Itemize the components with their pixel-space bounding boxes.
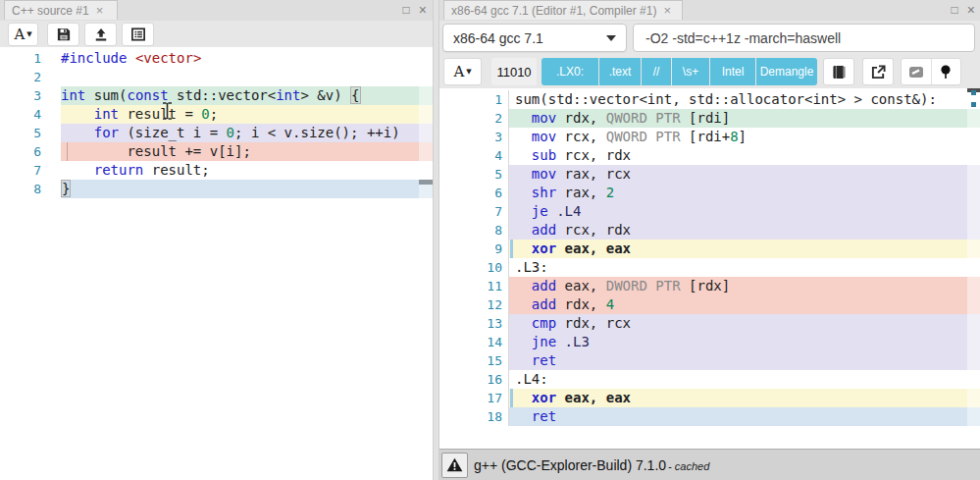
maximize-icon[interactable]: □ [952, 2, 958, 18]
book-icon [832, 65, 847, 80]
code-text[interactable]: add rdx, 4 [508, 295, 980, 314]
ruler-mark-dot [971, 90, 976, 95]
line-number: 3 [439, 128, 508, 146]
tab-compiler-title: x86-64 gcc 7.1 (Editor #1, Compiler #1) [451, 4, 656, 18]
gutter-margin [509, 351, 515, 370]
code-text[interactable]: mov rcx, QWORD PTR [rdi+8] [508, 128, 980, 146]
line-number: 15 [439, 351, 508, 370]
code-line: 1sum(std::vector<int, std::allocator<int… [439, 90, 980, 109]
line-number: 2 [439, 109, 508, 128]
code-text[interactable]: add rcx, rdx [508, 221, 980, 240]
asm-overview-ruler[interactable] [967, 88, 980, 449]
chevron-down-icon: ▼ [26, 30, 31, 38]
compiler-tabbar: x86-64 gcc 7.1 (Editor #1, Compiler #1) … [439, 0, 980, 21]
font-size-button[interactable]: A▼ [443, 58, 482, 85]
ruler-highlight-band [967, 109, 980, 128]
code-text[interactable]: jne .L3 [508, 333, 980, 351]
font-size-button[interactable]: A▼ [8, 23, 38, 46]
compiler-status-bar: g++ (GCC-Explorer-Build) 7.1.0 - cached [439, 449, 980, 480]
tab-source[interactable]: C++ source #1 × [4, 0, 118, 20]
code-text[interactable]: ret [508, 407, 980, 426]
code-line: 5 mov rax, rcx [439, 165, 980, 184]
code-text[interactable]: mov rdx, QWORD PTR [rdi] [508, 109, 980, 128]
badge-icon [908, 66, 924, 79]
code-line: 4 int result = 0; [0, 105, 433, 124]
binary-toggle-button[interactable]: 11010 [491, 58, 537, 85]
load-button[interactable] [84, 23, 117, 46]
code-text[interactable]: shr rax, 2 [508, 184, 980, 202]
code-text[interactable]: int result = 0; [61, 105, 433, 124]
ruler-highlight-band [967, 314, 980, 333]
code-line: 6 result += v[i]; [0, 142, 433, 161]
output-button[interactable] [823, 58, 854, 85]
code-text[interactable]: .L4: [508, 370, 980, 389]
tab-compiler[interactable]: x86-64 gcc 7.1 (Editor #1, Compiler #1) … [443, 0, 683, 20]
filter-button-3[interactable]: // [642, 58, 671, 85]
warning-icon [446, 457, 463, 472]
tab-close-icon[interactable]: × [663, 4, 671, 17]
code-text[interactable]: } [61, 180, 433, 198]
pin-button[interactable] [931, 59, 961, 84]
source-overview-ruler[interactable] [419, 47, 433, 480]
chevron-down-icon: ▼ [466, 68, 471, 76]
code-text[interactable]: sum(std::vector<int, std::allocator<int>… [508, 90, 980, 109]
code-text[interactable]: int sum(const std::vector<int> &v) { [61, 86, 433, 105]
line-number: 8 [439, 221, 508, 240]
asm-lines: 1sum(std::vector<int, std::allocator<int… [439, 88, 980, 426]
line-number: 6 [439, 184, 508, 202]
close-icon[interactable]: × [419, 2, 427, 18]
save-button[interactable] [47, 23, 79, 46]
gutter-margin [509, 128, 515, 146]
window-controls: □ × [403, 2, 427, 18]
filter-button-4[interactable]: \s+ [672, 58, 709, 85]
warnings-button[interactable] [441, 453, 468, 478]
compiler-explorer-window: C++ source #1 × □ × A▼ 1#include <vect [0, 0, 980, 480]
filter-button-2[interactable]: .text [599, 58, 641, 85]
code-text[interactable]: #include <vector> [61, 49, 433, 68]
code-line: 17 xor eax, eax [439, 389, 980, 407]
code-text[interactable]: mov rax, rcx [508, 165, 980, 184]
maximize-icon[interactable]: □ [403, 2, 410, 18]
list-button[interactable] [122, 23, 154, 46]
code-text[interactable]: ret [508, 351, 980, 370]
code-text[interactable]: for (size_t i = 0; i < v.size(); ++i) [61, 124, 433, 142]
code-text[interactable] [61, 68, 433, 86]
code-text[interactable]: xor eax, eax [508, 389, 980, 407]
line-number: 5 [0, 124, 61, 142]
ruler-highlight-band [419, 105, 433, 124]
ruler-highlight-band [967, 184, 980, 202]
badge-button[interactable] [902, 66, 931, 79]
code-line: 16.L4: [439, 370, 980, 389]
gutter-margin [509, 202, 515, 221]
tab-close-icon[interactable]: × [96, 4, 104, 17]
compiler-select[interactable]: x86-64 gcc 7.1 [442, 24, 627, 52]
code-text[interactable]: xor eax, eax [508, 240, 980, 258]
open-new-window-button[interactable] [862, 58, 894, 85]
ruler-highlight-band [419, 142, 433, 161]
code-text[interactable]: .L3: [508, 258, 980, 277]
line-number: 18 [439, 407, 508, 426]
source-code-editor[interactable]: 1#include <vector>23int sum(const std::v… [0, 47, 433, 480]
code-line: 14 jne .L3 [439, 333, 980, 351]
code-line: 7 je .L4 [439, 202, 980, 221]
code-text[interactable]: add eax, DWORD PTR [rdx] [508, 277, 980, 295]
filter-button-5[interactable]: Intel [710, 58, 755, 85]
filter-button-1[interactable]: .LX0: [542, 58, 598, 85]
close-icon[interactable]: × [967, 2, 975, 18]
window-controls: □ × [952, 2, 975, 18]
compiler-options-input[interactable] [633, 24, 975, 52]
code-text[interactable]: je .L4 [508, 202, 980, 221]
filter-button-6[interactable]: Demangle [756, 58, 817, 85]
cached-note: - cached [668, 460, 709, 472]
gutter-margin [509, 258, 515, 277]
code-text[interactable]: result += v[i]; [61, 142, 433, 161]
code-text[interactable]: return result; [61, 161, 433, 180]
line-number: 14 [439, 333, 508, 351]
ruler-highlight-band [967, 165, 980, 184]
asm-code-editor[interactable]: 1sum(std::vector<int, std::allocator<int… [439, 88, 980, 449]
ruler-highlight-band [967, 389, 980, 407]
code-text[interactable]: cmp rdx, rcx [508, 314, 980, 333]
code-line: 6 shr rax, 2 [439, 184, 980, 202]
code-text[interactable]: sub rcx, rdx [508, 146, 980, 165]
source-editor-pane: C++ source #1 × □ × A▼ 1#include <vect [0, 0, 434, 480]
